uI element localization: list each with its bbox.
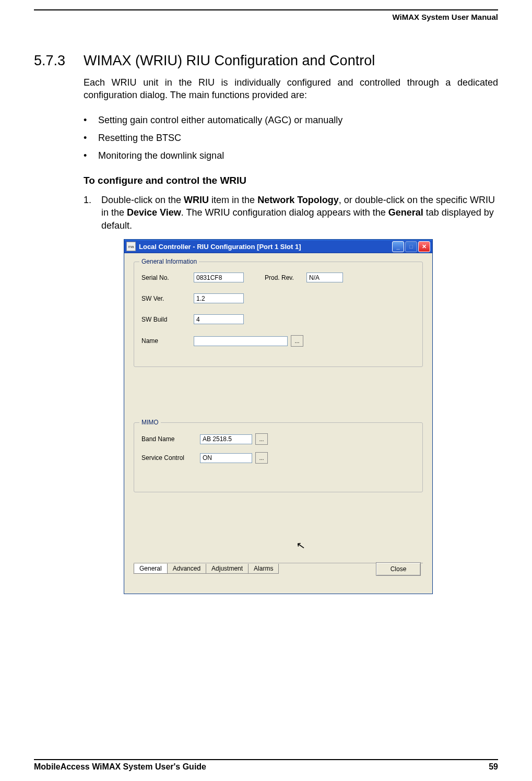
intro-paragraph: Each WRIU unit in the RIU is individuall… bbox=[84, 76, 498, 102]
section-heading: 5.7.3 WIMAX (WRIU) RIU Configuration and… bbox=[34, 53, 498, 69]
mimo-fieldset: MIMO Band Name AB 2518.5 ... Service Con… bbox=[134, 422, 423, 492]
general-info-fieldset: General Information Serial No. 0831CF8 P… bbox=[134, 262, 423, 367]
footer-guide-title: MobileAccess WiMAX System User's Guide bbox=[34, 762, 206, 772]
step-text: Double-click on the bbox=[101, 195, 184, 205]
name-field[interactable] bbox=[194, 336, 288, 346]
bullet-item: Resetting the BTSC bbox=[84, 129, 498, 147]
bandname-browse-button[interactable]: ... bbox=[255, 433, 268, 445]
window-title: Local Controller - RIU Configuration [Po… bbox=[139, 243, 301, 251]
step-bold: Device View bbox=[127, 207, 181, 218]
step-body: Double-click on the WRIU item in the Net… bbox=[101, 194, 498, 232]
close-icon: ✕ bbox=[422, 243, 427, 250]
maximize-icon: □ bbox=[409, 243, 413, 250]
bandname-field[interactable]: AB 2518.5 bbox=[200, 434, 252, 444]
step-bold: Network Topology bbox=[257, 195, 339, 205]
app-icon: ma bbox=[126, 242, 136, 251]
page: WiMAX System User Manual 5.7.3 WIMAX (WR… bbox=[0, 9, 532, 781]
serial-label: Serial No. bbox=[141, 274, 194, 281]
bullet-item: Monitoring the downlink signal bbox=[84, 147, 498, 164]
swbuild-field[interactable]: 4 bbox=[194, 314, 244, 324]
close-window-button[interactable]: ✕ bbox=[418, 241, 430, 252]
name-label: Name bbox=[141, 337, 194, 345]
tab-adjustment[interactable]: Adjustment bbox=[206, 564, 249, 574]
step-text: . The WRIU configuration dialog appears … bbox=[181, 207, 388, 218]
prodrev-label: Prod. Rev. bbox=[265, 274, 306, 281]
riu-config-dialog: ma Local Controller - RIU Configuration … bbox=[124, 239, 433, 594]
close-button[interactable]: Close bbox=[376, 562, 421, 576]
sub-heading: To configure and control the WRIU bbox=[84, 175, 498, 186]
footer-rule bbox=[34, 759, 498, 760]
step-bold: WRIU bbox=[184, 195, 209, 205]
header-rule bbox=[34, 9, 498, 10]
tab-alarms[interactable]: Alarms bbox=[248, 564, 279, 574]
serial-field[interactable]: 0831CF8 bbox=[194, 273, 244, 282]
tab-advanced[interactable]: Advanced bbox=[167, 564, 206, 574]
minimize-icon: _ bbox=[396, 243, 399, 250]
minimize-button[interactable]: _ bbox=[392, 241, 404, 252]
swver-field[interactable]: 1.2 bbox=[194, 293, 244, 303]
step-text: item in the bbox=[209, 195, 257, 205]
mimo-legend: MIMO bbox=[139, 419, 161, 426]
maximize-button: □ bbox=[405, 241, 417, 252]
tab-strip: General Advanced Adjustment Alarms bbox=[134, 564, 278, 574]
bandname-label: Band Name bbox=[141, 435, 200, 443]
footer-page-number: 59 bbox=[489, 762, 498, 772]
tab-general[interactable]: General bbox=[134, 564, 168, 574]
servicecontrol-browse-button[interactable]: ... bbox=[255, 452, 268, 464]
bullet-list: Setting gain control either automaticall… bbox=[84, 111, 498, 165]
section-title: WIMAX (WRIU) RIU Configuration and Contr… bbox=[84, 53, 375, 69]
titlebar[interactable]: ma Local Controller - RIU Configuration … bbox=[124, 240, 432, 253]
step-bold: General bbox=[388, 207, 423, 218]
header-doc-title: WiMAX System User Manual bbox=[34, 13, 498, 21]
titlebar-buttons: _ □ ✕ bbox=[392, 241, 430, 252]
step-1: 1. Double-click on the WRIU item in the … bbox=[84, 194, 498, 232]
cursor-icon: ↖ bbox=[295, 539, 306, 553]
section-number: 5.7.3 bbox=[34, 53, 84, 69]
dialog-body: General Information Serial No. 0831CF8 P… bbox=[124, 253, 432, 594]
general-legend: General Information bbox=[139, 258, 199, 265]
servicecontrol-field[interactable]: ON bbox=[200, 453, 252, 463]
name-browse-button[interactable]: ... bbox=[291, 335, 303, 347]
prodrev-field[interactable]: N/A bbox=[306, 273, 343, 282]
step-number: 1. bbox=[84, 194, 101, 232]
page-footer: MobileAccess WiMAX System User's Guide 5… bbox=[34, 759, 498, 772]
swver-label: SW Ver. bbox=[141, 295, 194, 302]
bullet-item: Setting gain control either automaticall… bbox=[84, 111, 498, 129]
servicecontrol-label: Service Control bbox=[141, 454, 200, 462]
swbuild-label: SW Build bbox=[141, 316, 194, 323]
